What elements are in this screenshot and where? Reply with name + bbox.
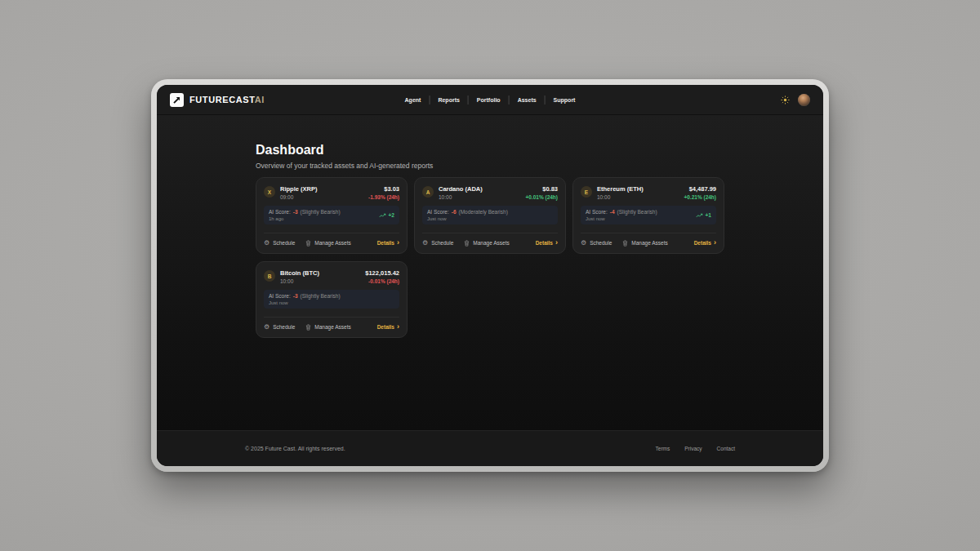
asset-price: $4,487.99 bbox=[684, 185, 716, 193]
asset-price: $3.03 bbox=[368, 185, 399, 193]
asset-badge: X bbox=[264, 186, 275, 198]
score-updated: Just now bbox=[586, 216, 657, 221]
browser-window-frame: FUTURECASTAI Agent Reports Portfolio Ass… bbox=[151, 79, 829, 472]
nav-item-support[interactable]: Support bbox=[545, 96, 584, 104]
chevron-right-icon: › bbox=[397, 323, 399, 331]
ai-score-sentiment: (Slightly Bearish) bbox=[301, 293, 341, 299]
asset-change: -0.01% (24h) bbox=[365, 278, 399, 284]
asset-time: 10:00 bbox=[280, 278, 360, 284]
ai-score-box: AI Score: -3 (Slightly Bearish) 1h ago bbox=[264, 206, 399, 224]
schedule-button[interactable]: ⚙ Schedule bbox=[422, 240, 453, 247]
gear-icon: ⚙ bbox=[581, 240, 586, 247]
asset-time: 10:00 bbox=[439, 194, 520, 200]
asset-name: Ethereum (ETH) bbox=[597, 185, 679, 193]
ai-score-label: AI Score: bbox=[586, 209, 608, 215]
ai-score-sentiment: (Slightly Bearish) bbox=[301, 209, 341, 215]
asset-card-cardano: A Cardano (ADA) 10:00 $0.83 +0.01% (24h) bbox=[414, 177, 566, 254]
asset-name: Bitcoin (BTC) bbox=[280, 269, 360, 277]
score-updated: Just now bbox=[269, 300, 341, 305]
asset-badge: E bbox=[581, 186, 592, 198]
chevron-right-icon: › bbox=[714, 239, 716, 247]
asset-time: 09:00 bbox=[280, 194, 363, 200]
asset-change: +0.01% (24h) bbox=[525, 194, 558, 200]
ai-score-value: -3 bbox=[293, 209, 298, 215]
ai-score-box: AI Score: -4 (Slightly Bearish) Just now bbox=[581, 206, 716, 224]
asset-card-ripple: X Ripple (XRP) 09:00 $3.03 -1.93% (24h) bbox=[256, 177, 408, 254]
manage-assets-button[interactable]: Manage Assets bbox=[464, 240, 509, 247]
asset-card-ethereum: E Ethereum (ETH) 10:00 $4,487.99 +0.21% … bbox=[572, 177, 724, 254]
trash-icon bbox=[305, 240, 311, 247]
trending-up-icon bbox=[696, 213, 703, 218]
footer-links: Terms Privacy Contact bbox=[656, 446, 735, 451]
app-footer: © 2025 Future Cast. All rights reserved.… bbox=[157, 430, 823, 466]
ai-score-value: -6 bbox=[452, 209, 457, 215]
gear-icon: ⚙ bbox=[422, 240, 428, 247]
trash-icon bbox=[622, 240, 628, 247]
card-actions: ⚙ Schedule Manage Assets Details bbox=[264, 233, 399, 247]
trash-icon bbox=[305, 324, 311, 331]
manage-assets-button[interactable]: Manage Assets bbox=[305, 240, 350, 247]
trash-icon bbox=[464, 240, 470, 247]
details-button[interactable]: Details › bbox=[536, 239, 558, 247]
asset-badge: B bbox=[264, 270, 275, 282]
score-updated: 1h ago bbox=[269, 216, 341, 221]
schedule-button[interactable]: ⚙ Schedule bbox=[264, 324, 295, 331]
theme-toggle-sun-icon[interactable] bbox=[780, 95, 790, 104]
ai-score-sentiment: (Moderately Bearish) bbox=[459, 209, 508, 215]
nav-item-agent[interactable]: Agent bbox=[397, 96, 430, 104]
card-actions: ⚙ Schedule Manage Assets Details bbox=[264, 318, 399, 331]
desktop-background: FUTURECASTAI Agent Reports Portfolio Ass… bbox=[0, 0, 980, 551]
card-actions: ⚙ Schedule Manage Assets Details bbox=[581, 233, 716, 247]
brand-suffix: AI bbox=[255, 95, 265, 104]
dashboard-main: Dashboard Overview of your tracked asset… bbox=[157, 115, 823, 430]
brand-logo-arrow-up-right-icon bbox=[170, 93, 184, 107]
asset-card-bitcoin: B Bitcoin (BTC) 10:00 $122,015.42 -0.01%… bbox=[256, 261, 408, 338]
asset-change: -1.93% (24h) bbox=[368, 194, 399, 200]
score-updated: Just now bbox=[427, 216, 508, 221]
app-window: FUTURECASTAI Agent Reports Portfolio Ass… bbox=[157, 85, 823, 466]
app-header: FUTURECASTAI Agent Reports Portfolio Ass… bbox=[157, 85, 823, 115]
gear-icon: ⚙ bbox=[264, 240, 270, 247]
nav-item-assets[interactable]: Assets bbox=[509, 96, 545, 104]
main-nav: Agent Reports Portfolio Assets Support bbox=[397, 96, 584, 104]
card-head: E Ethereum (ETH) 10:00 $4,487.99 +0.21% … bbox=[581, 185, 716, 200]
nav-item-portfolio[interactable]: Portfolio bbox=[468, 96, 509, 104]
manage-assets-button[interactable]: Manage Assets bbox=[305, 324, 350, 331]
chevron-right-icon: › bbox=[555, 239, 558, 247]
brand[interactable]: FUTURECASTAI bbox=[170, 93, 265, 107]
schedule-button[interactable]: ⚙ Schedule bbox=[581, 240, 612, 247]
footer-link-contact[interactable]: Contact bbox=[717, 446, 735, 451]
ai-score-box: AI Score: -3 (Slightly Bearish) Just now bbox=[264, 290, 399, 309]
asset-price: $0.83 bbox=[525, 185, 558, 193]
trend-badge: +2 bbox=[379, 212, 394, 218]
card-head: B Bitcoin (BTC) 10:00 $122,015.42 -0.01%… bbox=[264, 269, 399, 284]
ai-score-label: AI Score: bbox=[427, 209, 449, 215]
asset-name: Cardano (ADA) bbox=[439, 185, 520, 193]
card-actions: ⚙ Schedule Manage Assets Details bbox=[422, 233, 558, 247]
card-head: A Cardano (ADA) 10:00 $0.83 +0.01% (24h) bbox=[422, 185, 558, 200]
card-head: X Ripple (XRP) 09:00 $3.03 -1.93% (24h) bbox=[264, 185, 399, 200]
details-button[interactable]: Details › bbox=[694, 239, 716, 247]
ai-score-value: -3 bbox=[293, 293, 298, 299]
user-avatar[interactable] bbox=[798, 94, 810, 106]
footer-link-terms[interactable]: Terms bbox=[656, 446, 670, 451]
details-button[interactable]: Details › bbox=[377, 323, 399, 331]
manage-assets-button[interactable]: Manage Assets bbox=[622, 240, 667, 247]
nav-item-reports[interactable]: Reports bbox=[429, 96, 467, 104]
asset-name: Ripple (XRP) bbox=[280, 185, 363, 193]
ai-score-value: -4 bbox=[610, 209, 615, 215]
schedule-button[interactable]: ⚙ Schedule bbox=[264, 240, 295, 247]
copyright-text: © 2025 Future Cast. All rights reserved. bbox=[245, 446, 345, 451]
trending-up-icon bbox=[379, 213, 386, 218]
brand-name: FUTURECASTAI bbox=[189, 95, 265, 104]
details-button[interactable]: Details › bbox=[377, 239, 399, 247]
footer-link-privacy[interactable]: Privacy bbox=[684, 446, 702, 451]
chevron-right-icon: › bbox=[397, 239, 399, 247]
page-subtitle: Overview of your tracked assets and AI-g… bbox=[256, 162, 823, 170]
ai-score-label: AI Score: bbox=[269, 293, 291, 299]
header-right bbox=[780, 94, 810, 106]
trend-badge: +1 bbox=[696, 212, 711, 218]
gear-icon: ⚙ bbox=[264, 324, 270, 331]
ai-score-sentiment: (Slightly Bearish) bbox=[617, 209, 657, 215]
asset-change: +0.21% (24h) bbox=[684, 194, 716, 200]
